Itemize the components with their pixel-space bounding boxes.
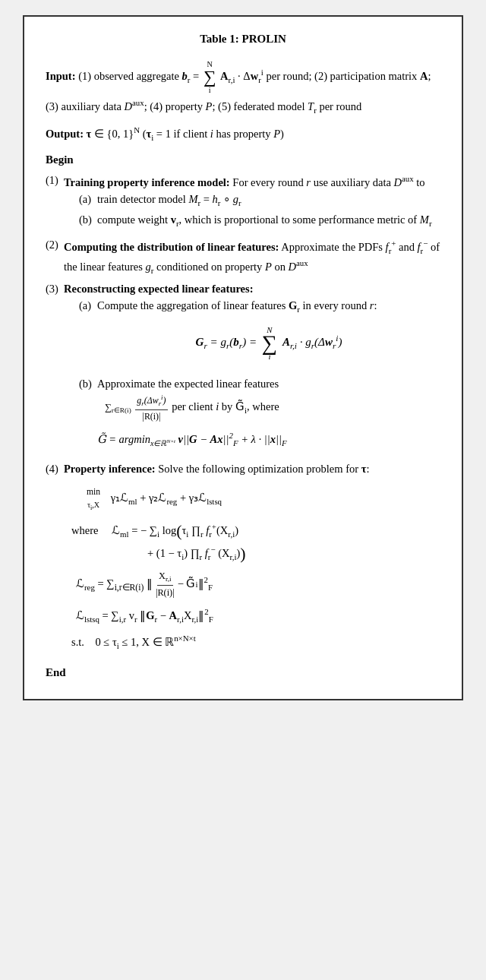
- item-1-title: Training property inference model:: [64, 176, 230, 188]
- item-3b-content: Approximate the expected linear features…: [97, 376, 440, 454]
- item-3a-content: Compute the aggregation of linear featur…: [97, 298, 440, 371]
- end-label: End: [46, 664, 440, 681]
- item-3b-label: (b): [79, 376, 97, 393]
- item-1b-label: (b): [79, 212, 97, 229]
- item-1a: (a) train detector model Mr = hr ∘ gr: [79, 191, 440, 209]
- item-4: (4) Property inference: Solve the follow…: [46, 461, 440, 657]
- item-2-num: (2): [46, 237, 64, 254]
- output-label: Output:: [46, 128, 84, 140]
- lreg-block: ℒreg = ∑i,r∈R(i) ‖ Xr,i |R(i)| − G̃i‖ 2F: [71, 569, 440, 600]
- table-container: Table 1: PROLIN Input: (1) observed aggr…: [23, 15, 463, 700]
- item-4-num: (4): [46, 461, 64, 478]
- input-line1: Input: (1) observed aggregate br = N∑i A…: [46, 58, 440, 116]
- item-4-content: Property inference: Solve the following …: [64, 461, 440, 657]
- equation-3a: Gr = gr(br) = N ∑ i Ar,i · gr(Δwri): [97, 326, 440, 361]
- item-1: (1) Training property inference model: F…: [46, 172, 440, 232]
- equation-3b: G̃ = argminx∈ℝN×t v||G − Ax||2F + λ · ||…: [97, 429, 440, 449]
- item-3-content: Reconstructing expected linear features:…: [64, 281, 440, 457]
- item-4-title: Property inference:: [64, 463, 156, 475]
- llstsq-block: ℒlstsq = ∑i,r vr ‖Gr − Ar,iXr,i‖2F: [71, 606, 440, 626]
- table-title: Table 1: PROLIN: [46, 30, 440, 48]
- table-label: Table 1:: [200, 33, 239, 45]
- item-3-title: Reconstructing expected linear features:: [64, 283, 254, 295]
- input-label: Input:: [46, 70, 76, 82]
- item-3: (3) Reconstructing expected linear featu…: [46, 281, 440, 457]
- item-3-num: (3): [46, 281, 64, 298]
- item-2-title: Computing the distribution of linear fea…: [64, 241, 279, 253]
- item-1b: (b) compute weight vr, which is proporti…: [79, 212, 440, 229]
- st-block: s.t. 0 ≤ τi ≤ 1, X ∈ ℝn×N×t: [71, 632, 440, 652]
- table-name: PROLIN: [241, 33, 286, 45]
- begin-label: Begin: [46, 151, 440, 169]
- item-3a-label: (a): [79, 298, 97, 315]
- item-1a-content: train detector model Mr = hr ∘ gr: [97, 191, 440, 209]
- input-section: Input: (1) observed aggregate br = N∑i A…: [46, 58, 440, 116]
- item-1-content: Training property inference model: For e…: [64, 172, 440, 232]
- output-line: Output: τ ∈ {0, 1}N (τi = 1 if client i …: [46, 124, 440, 144]
- item-1-num: (1): [46, 172, 64, 189]
- item-3a: (a) Compute the aggregation of linear fe…: [79, 298, 440, 371]
- item-3b: (b) Approximate the expected linear feat…: [79, 376, 440, 454]
- min-block: min τi,X γ₁ℒml + γ₂ℒreg + γ₃ℒlstsq: [87, 485, 440, 513]
- item-1b-content: compute weight vr, which is proportional…: [97, 212, 440, 229]
- output-section: Output: τ ∈ {0, 1}N (τi = 1 if client i …: [46, 124, 440, 144]
- where-block: where ℒml = − ∑i log(τi ∏r fr+(Xr,i) + (…: [71, 520, 440, 563]
- item-2-content: Computing the distribution of linear fea…: [64, 237, 440, 277]
- item-1a-label: (a): [79, 191, 97, 208]
- item-2: (2) Computing the distribution of linear…: [46, 237, 440, 277]
